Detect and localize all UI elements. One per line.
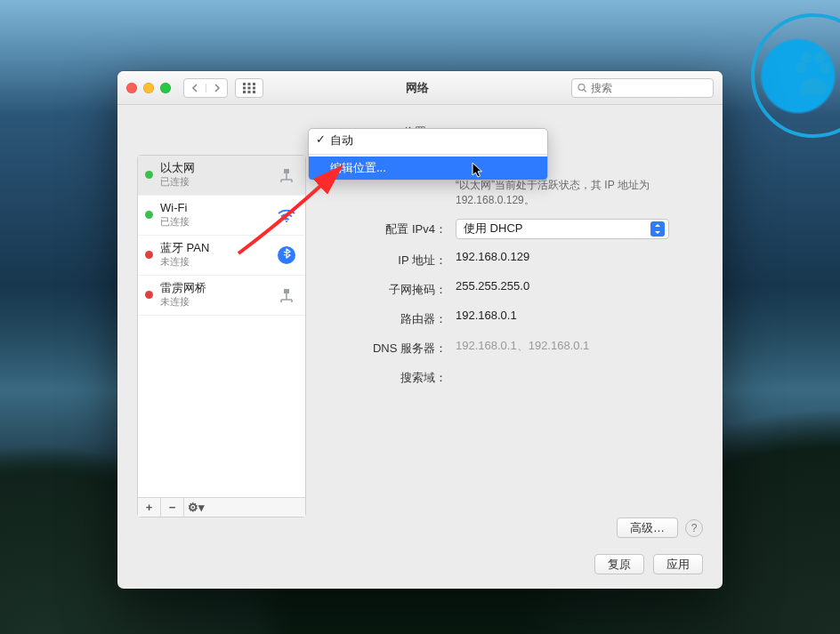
svg-rect-11 — [284, 169, 289, 173]
gear-icon: ⚙︎▾ — [188, 501, 205, 514]
router-value: 192.168.0.1 — [456, 309, 703, 322]
revert-button[interactable]: 复原 — [594, 554, 644, 574]
status-dot-icon — [145, 171, 153, 179]
ipv4-config-label: 配置 IPv4： — [322, 219, 456, 237]
svg-rect-14 — [284, 289, 289, 293]
add-service-button[interactable]: + — [138, 498, 161, 517]
location-option-auto[interactable]: 自动 — [309, 129, 547, 152]
row-searchdomain: 搜索域： — [322, 367, 703, 386]
back-button[interactable] — [184, 84, 206, 92]
details-pane: 状态： 已连接 “以太网”当前处于活跃状态，其 IP 地址为 192.168.0… — [322, 155, 703, 518]
svg-line-10 — [584, 89, 586, 92]
svg-rect-3 — [243, 86, 246, 89]
svg-rect-7 — [248, 91, 251, 93]
router-label: 路由器： — [322, 309, 456, 327]
service-status: 未连接 — [160, 295, 268, 309]
ethernet-icon — [275, 166, 298, 184]
show-all-button[interactable] — [235, 78, 263, 98]
search-field[interactable] — [571, 78, 714, 98]
svg-rect-8 — [253, 91, 255, 93]
svg-rect-6 — [243, 91, 246, 93]
sidebar-toolbar: + − ⚙︎▾ — [138, 497, 305, 517]
thunderbolt-bridge-icon — [275, 286, 298, 304]
footer-buttons: 复原 应用 — [137, 545, 703, 574]
row-ip: IP 地址： 192.168.0.129 — [322, 250, 703, 269]
service-sidebar: 以太网 已连接 Wi-Fi 已连接 — [137, 155, 306, 518]
service-text: 蓝牙 PAN 未连接 — [160, 242, 268, 269]
ip-label: IP 地址： — [322, 250, 456, 269]
apply-button[interactable]: 应用 — [653, 554, 703, 574]
search-input[interactable] — [591, 82, 707, 94]
status-subtext: “以太网”当前处于活跃状态，其 IP 地址为 192.168.0.129。 — [456, 178, 703, 208]
close-button[interactable] — [126, 83, 137, 93]
zoom-button[interactable] — [160, 83, 171, 93]
chevron-left-icon — [191, 84, 198, 92]
svg-point-9 — [578, 84, 585, 90]
ipv4-config-selected: 使用 DHCP — [464, 221, 522, 237]
searchdomain-label: 搜索域： — [322, 367, 456, 386]
row-router: 路由器： 192.168.0.1 — [322, 309, 703, 327]
advanced-button[interactable]: 高级… — [617, 518, 678, 538]
traffic-lights — [126, 83, 171, 93]
grid-icon — [243, 83, 255, 93]
svg-rect-5 — [253, 86, 255, 89]
svg-point-12 — [286, 221, 287, 222]
service-text: Wi-Fi 已连接 — [160, 202, 268, 229]
service-text: 以太网 已连接 — [160, 162, 268, 189]
service-name: 雷雳网桥 — [160, 282, 268, 295]
row-dns: DNS 服务器： 192.168.0.1、192.168.0.1 — [322, 338, 703, 357]
cursor-icon — [472, 162, 486, 180]
service-item-thunderbolt[interactable]: 雷雳网桥 未连接 — [138, 276, 305, 316]
paw-icon — [787, 49, 840, 102]
updown-caret-icon — [650, 221, 665, 237]
svg-rect-2 — [253, 83, 255, 85]
row-ipv4-config: 配置 IPv4： 使用 DHCP — [322, 219, 703, 239]
minimize-button[interactable] — [143, 83, 154, 93]
bluetooth-icon — [275, 246, 298, 264]
service-actions-button[interactable]: ⚙︎▾ — [184, 498, 207, 517]
service-status: 未连接 — [160, 255, 268, 269]
service-item-wifi[interactable]: Wi-Fi 已连接 — [138, 196, 305, 236]
service-list: 以太网 已连接 Wi-Fi 已连接 — [138, 156, 305, 497]
subnet-value: 255.255.255.0 — [456, 279, 703, 293]
watermark-badge — [751, 13, 840, 138]
row-subnet: 子网掩码： 255.255.255.0 — [322, 279, 703, 298]
ip-value: 192.168.0.129 — [456, 250, 703, 263]
service-item-ethernet[interactable]: 以太网 已连接 — [138, 156, 305, 196]
service-name: 以太网 — [160, 162, 268, 175]
titlebar: 网络 — [117, 71, 723, 105]
ipv4-config-value: 使用 DHCP — [456, 219, 703, 239]
status-dot-icon — [145, 291, 153, 299]
service-item-bluetooth[interactable]: 蓝牙 PAN 未连接 — [138, 236, 305, 276]
svg-rect-0 — [243, 83, 246, 85]
dns-value: 192.168.0.1、192.168.0.1 — [456, 338, 703, 354]
service-text: 雷雳网桥 未连接 — [160, 282, 268, 309]
subnet-label: 子网掩码： — [322, 279, 456, 298]
status-dot-icon — [145, 251, 153, 259]
ipv4-config-select[interactable]: 使用 DHCP — [456, 219, 669, 239]
nav-back-forward — [183, 78, 228, 98]
service-name: 蓝牙 PAN — [160, 242, 268, 255]
status-dot-icon — [145, 211, 153, 219]
window-title: 网络 — [271, 80, 564, 96]
menu-separator — [309, 154, 547, 155]
location-option-edit[interactable]: 编辑位置... — [309, 156, 547, 180]
search-icon — [578, 83, 587, 93]
remove-service-button[interactable]: − — [161, 498, 184, 517]
body-columns: 以太网 已连接 Wi-Fi 已连接 — [137, 155, 703, 518]
svg-rect-4 — [248, 86, 251, 89]
dns-label: DNS 服务器： — [322, 338, 456, 357]
help-button[interactable]: ? — [685, 519, 703, 537]
location-dropdown: 自动 编辑位置... — [308, 128, 548, 181]
service-name: Wi-Fi — [160, 202, 268, 215]
forward-button[interactable] — [206, 84, 227, 92]
service-status: 已连接 — [160, 175, 268, 189]
chevron-right-icon — [214, 84, 221, 92]
service-status: 已连接 — [160, 215, 268, 229]
advanced-row: 高级… ? — [137, 518, 703, 538]
svg-rect-1 — [248, 83, 251, 85]
wifi-icon — [275, 206, 298, 224]
